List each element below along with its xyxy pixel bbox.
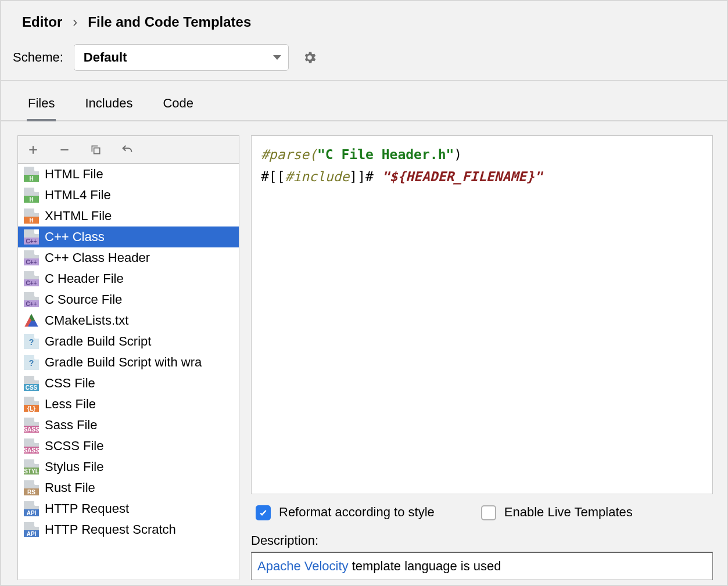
file-less-icon: {L} xyxy=(24,397,39,412)
undo-button[interactable] xyxy=(120,143,134,157)
gear-icon[interactable] xyxy=(299,47,320,68)
template-list-panel: HHTML FileHHTML4 FileHXHTML FileC++C++ C… xyxy=(17,135,239,580)
tabs: FilesIncludesCode xyxy=(1,81,727,121)
tab-code[interactable]: Code xyxy=(162,92,195,120)
scheme-label: Scheme: xyxy=(13,50,63,65)
tree-item[interactable]: SASSSCSS File xyxy=(18,436,239,456)
tree-item-label: CMakeLists.txt xyxy=(45,313,128,328)
file-sass-icon: SASS xyxy=(24,418,39,433)
tree-item[interactable]: HHTML4 File xyxy=(18,185,239,206)
tree-item-label: Sass File xyxy=(45,418,97,433)
tab-files[interactable]: Files xyxy=(27,92,56,121)
tree-item[interactable]: CSSCSS File xyxy=(18,373,239,394)
checkbox-checked-icon xyxy=(256,505,271,520)
tree-item-label: SCSS File xyxy=(45,438,103,454)
tree-item[interactable]: CMakeLists.txt xyxy=(18,310,239,331)
file-rs-icon: RS xyxy=(24,480,39,495)
tree-item-label: C++ Class Header xyxy=(45,250,150,265)
breadcrumb-parent[interactable]: Editor xyxy=(22,14,62,30)
tree-item-label: Gradle Build Script with wra xyxy=(45,355,202,370)
tree-item-label: HTTP Request xyxy=(45,501,129,516)
tree-item[interactable]: HXHTML File xyxy=(18,206,239,227)
tree-item[interactable]: C++C++ Class xyxy=(18,227,239,247)
tree-item[interactable]: STYLStylus File xyxy=(18,456,239,477)
tree-item-label: HTML File xyxy=(45,167,103,182)
tree-item[interactable]: {L}Less File xyxy=(18,394,239,415)
scheme-select[interactable]: Default xyxy=(74,44,289,71)
file-h-orange-icon: H xyxy=(24,208,39,224)
template-code-editor[interactable]: #parse("C File Header.h") #[[#include]]#… xyxy=(251,135,713,494)
file-h-green-icon: H xyxy=(24,167,39,182)
file-unknown-icon: ? xyxy=(24,334,39,349)
editor-panel: #parse("C File Header.h") #[[#include]]#… xyxy=(251,135,713,580)
tree-item[interactable]: C++C Source File xyxy=(18,289,239,310)
breadcrumb-current: File and Code Templates xyxy=(88,14,251,30)
file-cpp-icon: C++ xyxy=(24,229,39,245)
tree-item[interactable]: APIHTTP Request Scratch xyxy=(18,519,239,540)
tree-item-label: C Header File xyxy=(45,271,124,286)
tree-item-label: Stylus File xyxy=(45,459,103,474)
breadcrumb: Editor › File and Code Templates xyxy=(1,1,727,36)
tree-item-label: Rust File xyxy=(45,480,95,495)
chevron-down-icon xyxy=(273,55,281,60)
tree-item[interactable]: HHTML File xyxy=(18,164,239,185)
scheme-value: Default xyxy=(84,50,127,65)
add-button[interactable] xyxy=(26,143,40,157)
apache-velocity-link[interactable]: Apache Velocity xyxy=(257,559,349,573)
tree-item-label: C++ Class xyxy=(45,229,105,245)
scheme-row: Scheme: Default xyxy=(1,36,727,80)
tree-item[interactable]: C++C Header File xyxy=(18,268,239,289)
breadcrumb-separator: › xyxy=(73,14,77,30)
cmake-icon xyxy=(24,313,39,328)
tree-item[interactable]: APIHTTP Request xyxy=(18,498,239,519)
tree-item-label: XHTML File xyxy=(45,208,112,224)
file-unknown-icon: ? xyxy=(24,355,39,370)
copy-button[interactable] xyxy=(89,143,103,157)
tree-item[interactable]: ?Gradle Build Script xyxy=(18,331,239,352)
tree-item-label: Gradle Build Script xyxy=(45,334,151,349)
checkbox-unchecked-icon xyxy=(481,505,496,520)
remove-button[interactable] xyxy=(58,143,71,157)
tree-item[interactable]: RSRust File xyxy=(18,477,239,498)
file-sass-icon: SASS xyxy=(24,438,39,454)
file-css-icon: CSS xyxy=(24,376,39,391)
tree-item[interactable]: C++C++ Class Header xyxy=(18,247,239,268)
file-cpp-icon: C++ xyxy=(24,271,39,286)
description-label: Description: xyxy=(251,525,713,552)
description-box: Apache Velocity template language is use… xyxy=(251,552,713,580)
svg-rect-0 xyxy=(94,148,100,153)
template-toolbar xyxy=(18,136,239,164)
description-text: template language is used xyxy=(349,559,501,573)
tab-includes[interactable]: Includes xyxy=(84,92,134,120)
tree-item-label: CSS File xyxy=(45,376,95,391)
tree-item-label: C Source File xyxy=(45,292,122,307)
template-tree[interactable]: HHTML FileHHTML4 FileHXHTML FileC++C++ C… xyxy=(18,164,239,580)
enable-live-templates-checkbox[interactable]: Enable Live Templates xyxy=(481,505,633,520)
tree-item-label: Less File xyxy=(45,397,96,412)
tree-item-label: HTTP Request Scratch xyxy=(45,522,176,537)
tree-item[interactable]: ?Gradle Build Script with wra xyxy=(18,352,239,373)
reformat-checkbox[interactable]: Reformat according to style xyxy=(256,505,435,520)
file-api-icon: API xyxy=(24,501,39,516)
tree-item-label: HTML4 File xyxy=(45,188,111,203)
file-styl-icon: STYL xyxy=(24,459,39,474)
file-cpp-icon: C++ xyxy=(24,292,39,307)
file-h-green-icon: H xyxy=(24,188,39,203)
file-cpp-icon: C++ xyxy=(24,250,39,265)
tree-item[interactable]: SASSSass File xyxy=(18,415,239,436)
file-api-icon: API xyxy=(24,522,39,537)
